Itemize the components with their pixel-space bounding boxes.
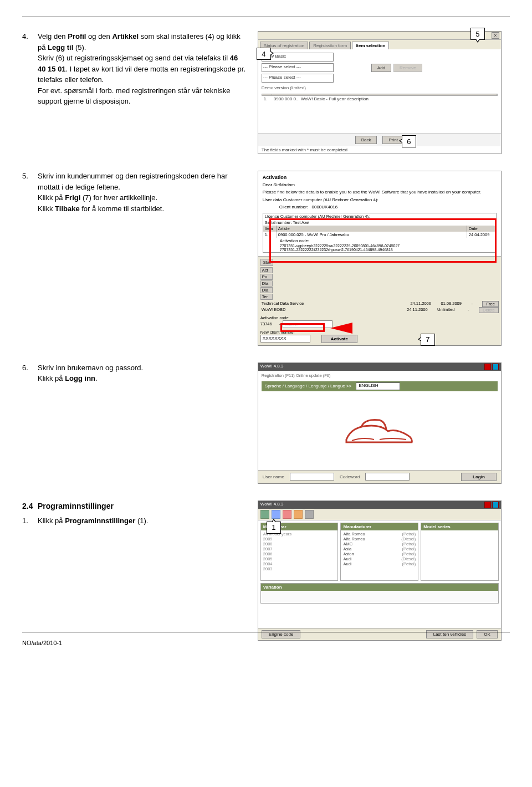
screenshot-settings: WoW! 4.8.3 Model year All model years 20… bbox=[258, 500, 502, 641]
step-4-text: Velg den Profil og den Artikkel som skal… bbox=[38, 31, 247, 107]
tab-reg-form[interactable]: Registration form bbox=[309, 42, 351, 49]
model-year-list[interactable]: All model years 2009 2008 2007 2006 2005… bbox=[261, 530, 338, 580]
step-5-section: 5. Skriv inn kundenummer og den registre… bbox=[22, 171, 510, 346]
required-note: The fields marked with * must be complet… bbox=[258, 146, 501, 154]
col-manufacturer: Manufacturer bbox=[341, 523, 418, 530]
toolbar-icon-3[interactable] bbox=[283, 510, 291, 519]
breadcrumb: Registration (F11) Online update (F6) bbox=[258, 371, 501, 380]
password-label: Codeword bbox=[340, 474, 360, 479]
step-24-1-text: Klikk på Programinnstillinger (1). bbox=[38, 515, 247, 527]
callout-6: 6 bbox=[402, 135, 416, 147]
top-rule bbox=[22, 17, 510, 17]
model-series-list[interactable] bbox=[421, 530, 498, 580]
step-number: 1. bbox=[22, 515, 38, 527]
window-icon[interactable] bbox=[484, 364, 491, 370]
add-button[interactable]: Add bbox=[371, 64, 391, 72]
password-input[interactable] bbox=[365, 473, 410, 481]
section-2-4: 2.4Programinnstillinger 1. Klikk på Prog… bbox=[22, 500, 510, 641]
screenshot-login: WoW! 4.8.3 Registration (F11) Online upd… bbox=[258, 362, 502, 484]
language-select[interactable]: ENGLISH bbox=[356, 382, 400, 390]
highlight-box-top bbox=[269, 218, 497, 263]
car-logo-icon bbox=[341, 412, 418, 451]
step-4-section: 4. Velg den Profil og den Artikkel som s… bbox=[22, 31, 510, 154]
username-label: User name bbox=[263, 474, 284, 479]
free-button[interactable]: Free bbox=[482, 301, 498, 307]
variation-list[interactable] bbox=[261, 591, 498, 603]
highlight-box-input bbox=[280, 323, 325, 332]
col-model-series: Model series bbox=[421, 523, 498, 530]
demo-label: Demo version (limited) bbox=[262, 84, 498, 91]
help-icon[interactable] bbox=[492, 502, 499, 508]
step-number: 6. bbox=[22, 362, 38, 384]
help-icon[interactable] bbox=[492, 364, 499, 370]
article-header bbox=[272, 94, 497, 95]
window-icon[interactable] bbox=[484, 502, 491, 508]
step-5-text: Skriv inn kundenummer og den registrerin… bbox=[38, 171, 247, 214]
username-input[interactable] bbox=[290, 473, 334, 481]
callout-1: 1 bbox=[267, 522, 281, 534]
callout-7: 7 bbox=[421, 334, 435, 346]
section-heading: Programinnstillinger bbox=[38, 502, 114, 510]
page-footer: NO/ata/2010-1 bbox=[22, 640, 62, 646]
delete-button[interactable]: Delete bbox=[479, 307, 499, 313]
toolbar-icon-5[interactable] bbox=[305, 510, 314, 519]
toolbar-icon-1[interactable] bbox=[260, 510, 269, 519]
red-arrow-icon bbox=[325, 323, 352, 334]
remove-button[interactable]: Remove bbox=[393, 64, 422, 72]
bottom-rule bbox=[22, 632, 510, 632]
manufacturer-list[interactable]: Alfa Romeo(Petrol) Alfa Romeo(Diesel) AM… bbox=[341, 530, 418, 580]
screenshot-activation: Activation Dear Sir/Madam Please find be… bbox=[258, 171, 502, 346]
screenshot-item-selection: × Status of registration Registration fo… bbox=[258, 31, 502, 154]
close-icon[interactable]: × bbox=[492, 32, 499, 39]
step-number: 5. bbox=[22, 171, 38, 214]
client-number-input[interactable]: XXXXXXXX bbox=[260, 335, 310, 343]
select-3[interactable]: --- Please select --- bbox=[262, 74, 334, 83]
back-button[interactable]: Back bbox=[355, 136, 377, 144]
step-number: 4. bbox=[22, 31, 38, 107]
col-variation: Variation bbox=[261, 584, 498, 591]
activation-title: Activation bbox=[263, 175, 497, 180]
tab-item-selection[interactable]: Item selection bbox=[352, 42, 389, 49]
article-select[interactable]: --- Please select --- bbox=[262, 63, 334, 72]
step-6-section: 6. Skriv inn brukernavn og passord. Klik… bbox=[22, 362, 510, 484]
login-button[interactable]: Login bbox=[461, 473, 497, 481]
language-label: Sprache / Language / Lenguaje / Langue >… bbox=[265, 384, 352, 389]
step-6-text: Skriv inn brukernavn og passord. Klikk p… bbox=[38, 362, 247, 384]
activate-button[interactable]: Activate bbox=[321, 335, 357, 343]
callout-4: 4 bbox=[257, 48, 271, 60]
callout-5: 5 bbox=[470, 28, 485, 40]
toolbar-icon-4[interactable] bbox=[294, 510, 303, 519]
